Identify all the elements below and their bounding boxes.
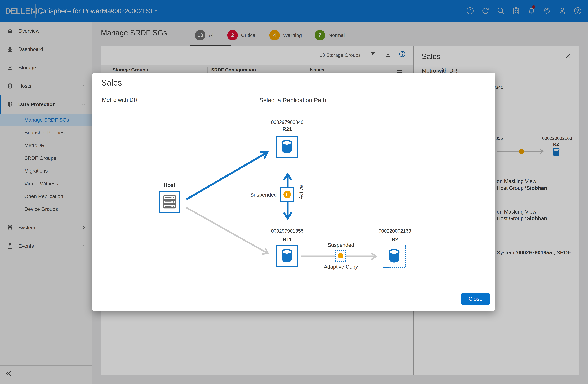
r11-role-label: R11 — [259, 236, 315, 242]
metro-mode-label: Active — [298, 185, 304, 199]
r21-system-id: 000297903340 — [259, 119, 315, 125]
pause-icon — [283, 190, 291, 198]
dr-state-label: Suspended — [316, 242, 365, 248]
r11-system-id: 000297901855 — [259, 228, 315, 234]
r21-node[interactable] — [276, 136, 298, 158]
host-server-icon — [162, 195, 177, 209]
close-button[interactable]: Close — [461, 293, 490, 305]
pause-icon — [337, 253, 344, 259]
dr-link-state-badge[interactable] — [335, 250, 346, 262]
unisphere-app: DELL EMC Unisphere for PowerMax › 000220… — [0, 0, 588, 384]
volume-cylinder-icon — [280, 139, 294, 155]
host-node[interactable] — [159, 191, 180, 213]
volume-cylinder-icon — [280, 248, 294, 264]
host-label: Host — [158, 182, 181, 188]
replication-path-modal: Sales Metro with DR Select a Replication… — [92, 73, 495, 311]
r21-role-label: R21 — [259, 126, 315, 132]
r2-node[interactable] — [382, 245, 406, 268]
volume-cylinder-icon — [387, 248, 401, 264]
metro-state-label: Suspended — [239, 192, 277, 198]
metro-link-state-badge[interactable] — [280, 187, 294, 202]
r11-node[interactable] — [276, 245, 298, 267]
host-to-r11-link — [186, 208, 268, 253]
dr-mode-label: Adaptive Copy — [316, 264, 365, 270]
r2-role-label: R2 — [367, 236, 423, 242]
r2-system-id: 000220002163 — [367, 228, 423, 234]
